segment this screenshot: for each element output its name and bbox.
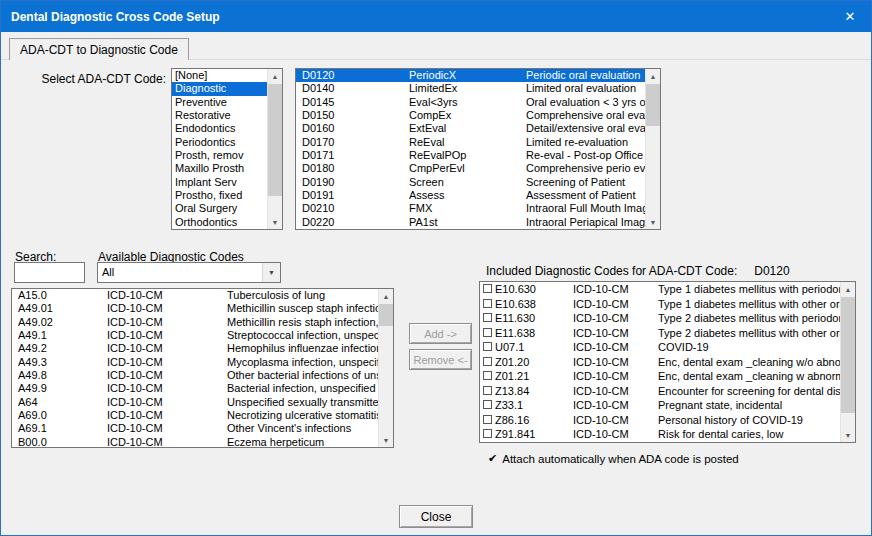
available-code-row[interactable]: A49.3 ICD-10-CM Mycoplasma infection, un…: [12, 356, 378, 369]
row-checkbox[interactable]: [483, 284, 492, 293]
close-button[interactable]: Close: [399, 505, 473, 528]
ada-code-scrollbar[interactable]: ▲ ▼: [645, 69, 660, 229]
scroll-down-icon[interactable]: ▼: [841, 428, 855, 442]
ada-code-listbox: D0120 PeriodicX Periodic oral evaluation…: [295, 68, 661, 230]
ada-code-row[interactable]: D0160 ExtEval Detail/extensive oral eval…: [296, 122, 645, 135]
included-code-row[interactable]: Z33.1 ICD-10-CM Pregnant state, incident…: [480, 398, 840, 413]
scroll-down-icon[interactable]: ▼: [268, 215, 282, 229]
row-checkbox[interactable]: [483, 400, 492, 409]
ada-code-row[interactable]: D0180 CmpPerEvl Comprehensive perio eval…: [296, 162, 645, 175]
included-code-row[interactable]: U07.1 ICD-10-CM COVID-19: [480, 340, 840, 355]
row-checkbox[interactable]: [483, 328, 492, 337]
ada-abbrev: Eval<3yrs: [409, 96, 458, 109]
scroll-up-icon[interactable]: ▲: [268, 69, 282, 83]
included-code-row[interactable]: E11.638 ICD-10-CM Type 2 diabetes mellit…: [480, 326, 840, 341]
scroll-thumb[interactable]: [646, 84, 660, 126]
code-system: ICD-10-CM: [573, 384, 629, 399]
ada-category-item[interactable]: Periodontics: [172, 136, 267, 149]
available-code-row[interactable]: A69.1 ICD-10-CM Other Vincent's infectio…: [12, 422, 378, 435]
ada-code-row[interactable]: D0145 Eval<3yrs Oral evaluation < 3 yrs …: [296, 96, 645, 109]
ada-category-item[interactable]: [None]: [172, 69, 267, 82]
search-input[interactable]: [14, 262, 85, 283]
ada-code: D0140: [302, 82, 334, 95]
ada-code-row[interactable]: D0150 CompEx Comprehensive oral evaluati…: [296, 109, 645, 122]
remove-button[interactable]: Remove <-: [409, 349, 472, 370]
available-scrollbar[interactable]: ▲ ▼: [378, 289, 393, 447]
ada-code-row[interactable]: D0190 Screen Screening of Patient: [296, 176, 645, 189]
included-code-row[interactable]: Z13.84 ICD-10-CM Encounter for screening…: [480, 384, 840, 399]
chevron-down-icon[interactable]: ▼: [262, 263, 280, 282]
included-code-row[interactable]: Z01.21 ICD-10-CM Enc, dental exam _clean…: [480, 369, 840, 384]
available-code-row[interactable]: A49.02 ICD-10-CM Methicillin resis staph…: [12, 316, 378, 329]
dialog-dental-cross-code-setup: Dental Diagnostic Cross Code Setup ✕ ADA…: [0, 0, 872, 536]
row-checkbox[interactable]: [483, 342, 492, 351]
scroll-up-icon[interactable]: ▲: [646, 69, 660, 83]
included-code-row[interactable]: Z91.841 ICD-10-CM Risk for dental caries…: [480, 427, 840, 442]
code-system: ICD-10-CM: [573, 369, 629, 384]
tab-label: ADA-CDT to Diagnostic Code: [20, 43, 178, 57]
row-checkbox[interactable]: [483, 415, 492, 424]
scroll-up-icon[interactable]: ▲: [841, 282, 855, 296]
available-code-row[interactable]: B00.0 ICD-10-CM Eczema herpeticum: [12, 436, 378, 447]
scroll-thumb[interactable]: [268, 84, 282, 196]
add-button[interactable]: Add ->: [409, 323, 472, 344]
ada-category-item[interactable]: Preventive: [172, 96, 267, 109]
row-checkbox[interactable]: [483, 299, 492, 308]
close-icon[interactable]: ✕: [829, 1, 871, 32]
available-code-row[interactable]: A69.0 ICD-10-CM Necrotizing ulcerative s…: [12, 409, 378, 422]
ada-category-item[interactable]: Oral Surgery: [172, 202, 267, 215]
row-checkbox[interactable]: [483, 313, 492, 322]
diag-code: Z01.21: [495, 369, 529, 384]
ada-code-row[interactable]: D0120 PeriodicX Periodic oral evaluation: [296, 69, 645, 82]
available-code-row[interactable]: A49.8 ICD-10-CM Other bacterial infectio…: [12, 369, 378, 382]
available-filter-dropdown[interactable]: All ▼: [97, 262, 281, 283]
scroll-up-icon[interactable]: ▲: [379, 289, 393, 303]
row-checkbox[interactable]: [483, 371, 492, 380]
ada-category-item[interactable]: Restorative: [172, 109, 267, 122]
available-code-row[interactable]: A49.01 ICD-10-CM Methicillin suscep stap…: [12, 302, 378, 315]
included-code-row[interactable]: E11.630 ICD-10-CM Type 2 diabetes mellit…: [480, 311, 840, 326]
available-code-row[interactable]: A49.1 ICD-10-CM Streptococcal infection,…: [12, 329, 378, 342]
ada-code-row[interactable]: D0220 PA1st Intraoral Periapical Images: [296, 216, 645, 229]
scroll-down-icon[interactable]: ▼: [646, 215, 660, 229]
ada-category-item[interactable]: Prosth, remov: [172, 149, 267, 162]
diag-code: Z86.16: [495, 413, 529, 428]
included-code-row[interactable]: E10.630 ICD-10-CM Type 1 diabetes mellit…: [480, 282, 840, 297]
scroll-down-icon[interactable]: ▼: [379, 433, 393, 447]
included-codes-label: Included Diagnostic Codes for ADA-CDT Co…: [486, 264, 737, 278]
ada-category-item[interactable]: Endodontics: [172, 122, 267, 135]
available-code-row[interactable]: A49.9 ICD-10-CM Bacterial infection, uns…: [12, 382, 378, 395]
included-scrollbar[interactable]: ▲ ▼: [840, 282, 855, 442]
ada-code-row[interactable]: D0191 Assess Assessment of Patient: [296, 189, 645, 202]
row-checkbox[interactable]: [483, 386, 492, 395]
row-checkbox[interactable]: [483, 357, 492, 366]
diag-code: A49.9: [18, 382, 47, 395]
available-code-row[interactable]: A64 ICD-10-CM Unspecified sexually trans…: [12, 396, 378, 409]
included-code-row[interactable]: E10.638 ICD-10-CM Type 1 diabetes mellit…: [480, 297, 840, 312]
ada-abbrev: Screen: [409, 176, 444, 189]
tab-ada-to-diagnostic[interactable]: ADA-CDT to Diagnostic Code: [9, 38, 189, 60]
ada-code-row[interactable]: D0140 LimitedEx Limited oral evaluation: [296, 82, 645, 95]
ada-code-row[interactable]: D0210 FMX Intraoral Full Mouth Images: [296, 202, 645, 215]
ada-abbrev: PA1st: [409, 216, 438, 229]
ada-code-row[interactable]: D0170 ReEval Limited re-evaluation: [296, 136, 645, 149]
ada-category-item[interactable]: Implant Serv: [172, 176, 267, 189]
available-code-row[interactable]: A15.0 ICD-10-CM Tuberculosis of lung: [12, 289, 378, 302]
included-code-row[interactable]: Z01.20 ICD-10-CM Enc, dental exam _clean…: [480, 355, 840, 370]
ada-category-item[interactable]: Prostho, fixed: [172, 189, 267, 202]
ada-category-item[interactable]: Maxillo Prosth: [172, 162, 267, 175]
available-code-row[interactable]: A49.2 ICD-10-CM Hemophilus influenzae in…: [12, 342, 378, 355]
ada-code-row[interactable]: D0171 ReEvalPOp Re-eval - Post-op Office…: [296, 149, 645, 162]
code-system: ICD-10-CM: [107, 302, 163, 315]
included-code-row[interactable]: Z86.16 ICD-10-CM Personal history of COV…: [480, 413, 840, 428]
scroll-thumb[interactable]: [841, 297, 855, 413]
code-system: ICD-10-CM: [573, 355, 629, 370]
diag-code: A49.2: [18, 342, 47, 355]
ada-category-item[interactable]: Orthodontics: [172, 216, 267, 229]
category-scrollbar[interactable]: ▲ ▼: [267, 69, 282, 229]
ada-category-item[interactable]: Diagnostic: [172, 82, 267, 95]
attach-automatically-checkbox[interactable]: ✔ Attach automatically when ADA code is …: [488, 452, 739, 465]
row-checkbox[interactable]: [483, 429, 492, 438]
ada-description: Comprehensive perio evaluation: [526, 162, 645, 175]
scroll-thumb[interactable]: [379, 304, 393, 326]
